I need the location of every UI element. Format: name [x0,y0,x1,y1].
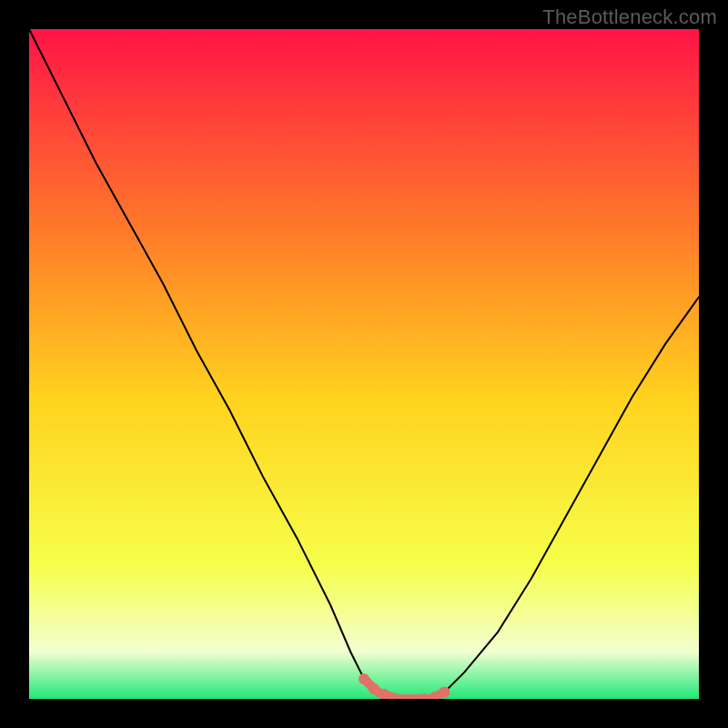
chart-frame: TheBottleneck.com [0,0,728,728]
watermark-text: TheBottleneck.com [542,5,717,29]
highlight-dot [359,673,369,684]
gradient-background [29,29,699,699]
highlight-dot [439,687,450,698]
highlight-dot [369,683,379,694]
plot-area [29,29,699,699]
plot-svg [29,29,699,699]
